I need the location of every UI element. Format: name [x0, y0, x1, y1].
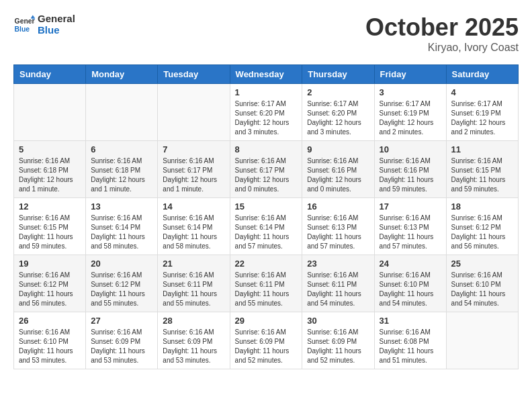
- weekday-header-sunday: Sunday: [14, 65, 86, 84]
- calendar-cell: [86, 84, 158, 141]
- calendar-cell: 12Sunrise: 6:16 AMSunset: 6:15 PMDayligh…: [14, 198, 86, 255]
- calendar-cell: 8Sunrise: 6:16 AMSunset: 6:17 PMDaylight…: [230, 141, 302, 198]
- calendar-table: SundayMondayTuesdayWednesdayThursdayFrid…: [13, 64, 519, 369]
- day-info: Sunrise: 6:16 AMSunset: 6:12 PMDaylight:…: [91, 271, 152, 308]
- day-info: Sunrise: 6:16 AMSunset: 6:12 PMDaylight:…: [19, 271, 81, 308]
- day-number: 5: [19, 144, 81, 154]
- day-info: Sunrise: 6:16 AMSunset: 6:14 PMDaylight:…: [163, 214, 224, 251]
- day-info: Sunrise: 6:17 AMSunset: 6:19 PMDaylight:…: [451, 99, 513, 137]
- day-info: Sunrise: 6:16 AMSunset: 6:09 PMDaylight:…: [163, 328, 224, 365]
- day-info: Sunrise: 6:16 AMSunset: 6:12 PMDaylight:…: [451, 214, 513, 251]
- calendar-cell: 27Sunrise: 6:16 AMSunset: 6:09 PMDayligh…: [86, 312, 158, 369]
- calendar-week-row: 12Sunrise: 6:16 AMSunset: 6:15 PMDayligh…: [14, 198, 519, 255]
- day-number: 6: [91, 144, 152, 154]
- day-number: 27: [91, 316, 152, 326]
- logo-icon: General Blue: [13, 14, 35, 36]
- day-info: Sunrise: 6:16 AMSunset: 6:13 PMDaylight:…: [307, 214, 369, 251]
- day-info: Sunrise: 6:16 AMSunset: 6:11 PMDaylight:…: [235, 271, 298, 308]
- day-number: 19: [19, 259, 81, 269]
- day-info: Sunrise: 6:16 AMSunset: 6:10 PMDaylight:…: [380, 271, 441, 308]
- day-number: 4: [451, 87, 513, 97]
- day-number: 9: [307, 144, 369, 154]
- calendar-cell: 30Sunrise: 6:16 AMSunset: 6:09 PMDayligh…: [302, 312, 374, 369]
- day-number: 10: [380, 144, 441, 154]
- calendar-cell: 14Sunrise: 6:16 AMSunset: 6:14 PMDayligh…: [158, 198, 230, 255]
- month-title: October 2025: [365, 13, 519, 42]
- day-number: 20: [91, 259, 152, 269]
- weekday-header-tuesday: Tuesday: [158, 65, 230, 84]
- day-info: Sunrise: 6:16 AMSunset: 6:14 PMDaylight:…: [235, 214, 298, 251]
- day-number: 30: [307, 316, 369, 326]
- calendar-cell: 3Sunrise: 6:17 AMSunset: 6:19 PMDaylight…: [374, 84, 446, 141]
- day-number: 2: [307, 87, 369, 97]
- calendar-cell: 26Sunrise: 6:16 AMSunset: 6:10 PMDayligh…: [14, 312, 86, 369]
- calendar-week-row: 5Sunrise: 6:16 AMSunset: 6:18 PMDaylight…: [14, 141, 519, 198]
- calendar-cell: 5Sunrise: 6:16 AMSunset: 6:18 PMDaylight…: [14, 141, 86, 198]
- day-number: 7: [163, 144, 224, 154]
- calendar-cell: 24Sunrise: 6:16 AMSunset: 6:10 PMDayligh…: [374, 255, 446, 312]
- day-info: Sunrise: 6:16 AMSunset: 6:16 PMDaylight:…: [380, 156, 441, 194]
- day-number: 1: [235, 87, 298, 97]
- day-info: Sunrise: 6:16 AMSunset: 6:09 PMDaylight:…: [91, 328, 152, 365]
- day-number: 11: [451, 144, 513, 154]
- calendar-cell: 9Sunrise: 6:16 AMSunset: 6:16 PMDaylight…: [302, 141, 374, 198]
- calendar-cell: 22Sunrise: 6:16 AMSunset: 6:11 PMDayligh…: [230, 255, 302, 312]
- day-info: Sunrise: 6:16 AMSunset: 6:08 PMDaylight:…: [380, 328, 441, 365]
- day-info: Sunrise: 6:16 AMSunset: 6:13 PMDaylight:…: [380, 214, 441, 251]
- day-number: 22: [235, 259, 298, 269]
- logo: General Blue General Blue: [13, 13, 75, 36]
- calendar-cell: 7Sunrise: 6:16 AMSunset: 6:17 PMDaylight…: [158, 141, 230, 198]
- logo-text-line1: General: [38, 13, 75, 25]
- calendar-week-row: 19Sunrise: 6:16 AMSunset: 6:12 PMDayligh…: [14, 255, 519, 312]
- calendar-cell: 18Sunrise: 6:16 AMSunset: 6:12 PMDayligh…: [446, 198, 518, 255]
- weekday-header-saturday: Saturday: [446, 65, 518, 84]
- day-number: 14: [163, 201, 224, 212]
- calendar-cell: 2Sunrise: 6:17 AMSunset: 6:20 PMDaylight…: [302, 84, 374, 141]
- day-number: 16: [307, 201, 369, 212]
- calendar-week-row: 1Sunrise: 6:17 AMSunset: 6:20 PMDaylight…: [14, 84, 519, 141]
- calendar-cell: 20Sunrise: 6:16 AMSunset: 6:12 PMDayligh…: [86, 255, 158, 312]
- day-number: 15: [235, 201, 298, 212]
- logo-text-line2: Blue: [38, 25, 75, 36]
- day-number: 28: [163, 316, 224, 326]
- calendar-week-row: 26Sunrise: 6:16 AMSunset: 6:10 PMDayligh…: [14, 312, 519, 369]
- svg-text:General: General: [15, 17, 35, 25]
- weekday-header-thursday: Thursday: [302, 65, 374, 84]
- calendar-cell: 31Sunrise: 6:16 AMSunset: 6:08 PMDayligh…: [374, 312, 446, 369]
- day-info: Sunrise: 6:16 AMSunset: 6:10 PMDaylight:…: [19, 328, 81, 365]
- weekday-header-friday: Friday: [374, 65, 446, 84]
- day-info: Sunrise: 6:16 AMSunset: 6:09 PMDaylight:…: [235, 328, 298, 365]
- day-number: 18: [451, 201, 513, 212]
- svg-text:Blue: Blue: [15, 25, 30, 32]
- day-info: Sunrise: 6:16 AMSunset: 6:18 PMDaylight:…: [91, 156, 152, 194]
- calendar-cell: 19Sunrise: 6:16 AMSunset: 6:12 PMDayligh…: [14, 255, 86, 312]
- day-number: 8: [235, 144, 298, 154]
- calendar-cell: 10Sunrise: 6:16 AMSunset: 6:16 PMDayligh…: [374, 141, 446, 198]
- calendar-cell: 28Sunrise: 6:16 AMSunset: 6:09 PMDayligh…: [158, 312, 230, 369]
- title-block: October 2025 Kiryao, Ivory Coast: [365, 13, 519, 54]
- day-number: 29: [235, 316, 298, 326]
- calendar-cell: 25Sunrise: 6:16 AMSunset: 6:10 PMDayligh…: [446, 255, 518, 312]
- page-header: General Blue General Blue October 2025 K…: [13, 13, 519, 54]
- day-number: 3: [380, 87, 441, 97]
- weekday-header-monday: Monday: [86, 65, 158, 84]
- weekday-header-row: SundayMondayTuesdayWednesdayThursdayFrid…: [14, 65, 519, 84]
- day-info: Sunrise: 6:16 AMSunset: 6:10 PMDaylight:…: [451, 271, 513, 308]
- calendar-cell: 6Sunrise: 6:16 AMSunset: 6:18 PMDaylight…: [86, 141, 158, 198]
- day-info: Sunrise: 6:16 AMSunset: 6:15 PMDaylight:…: [19, 214, 81, 251]
- calendar-cell: 23Sunrise: 6:16 AMSunset: 6:11 PMDayligh…: [302, 255, 374, 312]
- day-number: 13: [91, 201, 152, 212]
- day-number: 21: [163, 259, 224, 269]
- day-info: Sunrise: 6:16 AMSunset: 6:15 PMDaylight:…: [451, 156, 513, 194]
- calendar-cell: [14, 84, 86, 141]
- day-number: 24: [380, 259, 441, 269]
- day-info: Sunrise: 6:17 AMSunset: 6:20 PMDaylight:…: [307, 99, 369, 137]
- calendar-cell: 4Sunrise: 6:17 AMSunset: 6:19 PMDaylight…: [446, 84, 518, 141]
- day-info: Sunrise: 6:16 AMSunset: 6:11 PMDaylight:…: [307, 271, 369, 308]
- day-info: Sunrise: 6:16 AMSunset: 6:11 PMDaylight:…: [163, 271, 224, 308]
- day-number: 31: [380, 316, 441, 326]
- calendar-cell: [158, 84, 230, 141]
- day-info: Sunrise: 6:17 AMSunset: 6:20 PMDaylight:…: [235, 99, 298, 137]
- calendar-cell: 11Sunrise: 6:16 AMSunset: 6:15 PMDayligh…: [446, 141, 518, 198]
- calendar-cell: 15Sunrise: 6:16 AMSunset: 6:14 PMDayligh…: [230, 198, 302, 255]
